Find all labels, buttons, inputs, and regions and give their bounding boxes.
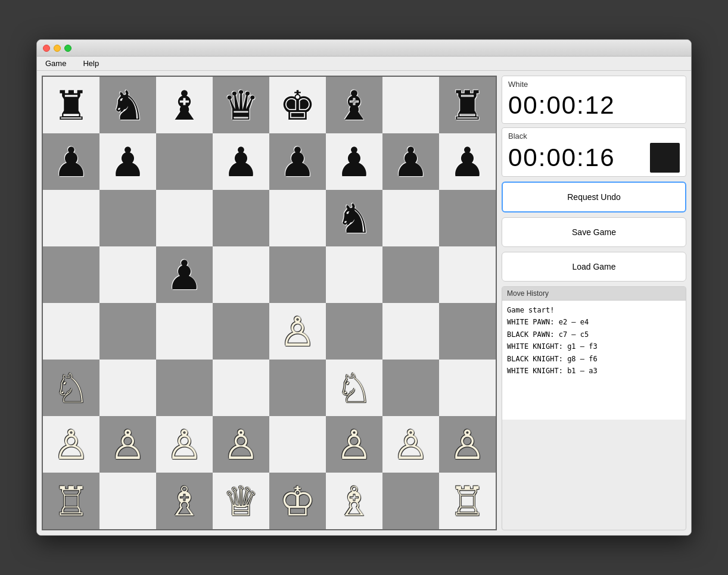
cell-h1[interactable]: ♖ [439,473,496,529]
cell-h7[interactable]: ♟ [439,133,496,190]
cell-c8[interactable]: ♝ [156,77,213,133]
cell-g1[interactable] [382,473,439,529]
menu-game[interactable]: Game [42,58,70,69]
cell-f8[interactable]: ♝ [326,77,382,133]
black-turn-indicator [650,143,680,173]
menu-bar: Game Help [37,57,691,71]
cell-d8[interactable]: ♛ [213,77,269,133]
menu-help[interactable]: Help [79,58,102,69]
move-history-item: WHITE KNIGHT: b1 – a3 [507,365,681,377]
move-history-item: BLACK KNIGHT: g8 – f6 [507,353,681,365]
cell-e8[interactable]: ♚ [269,77,326,133]
cell-f7[interactable]: ♟ [326,133,382,190]
cell-e5[interactable] [269,246,326,303]
cell-e2[interactable] [269,416,326,473]
cell-e4[interactable]: ♙ [269,303,326,360]
move-history-item: WHITE KNIGHT: g1 – f3 [507,340,681,352]
white-timer-value: 00:00:12 [508,91,680,120]
cell-b8[interactable]: ♞ [99,77,156,133]
cell-b3[interactable] [99,360,156,416]
cell-d5[interactable] [213,246,269,303]
cell-e6[interactable] [269,190,326,246]
traffic-lights [43,45,71,52]
cell-c3[interactable] [156,360,213,416]
cell-d6[interactable] [213,190,269,246]
cell-h3[interactable] [439,360,496,416]
cell-c7[interactable] [156,133,213,190]
black-timer-display: 00:00:16 [508,143,680,173]
cell-d1[interactable]: ♕ [213,473,269,529]
cell-h2[interactable]: ♙ [439,416,496,473]
move-history-item: Game start! [507,304,681,316]
cell-d4[interactable] [213,303,269,360]
black-timer-label: Black [508,132,680,140]
cell-a1[interactable]: ♖ [43,473,99,529]
maximize-button[interactable] [64,45,71,52]
cell-b1[interactable] [99,473,156,529]
cell-c6[interactable] [156,190,213,246]
cell-g5[interactable] [382,246,439,303]
cell-f6[interactable]: ♞ [326,190,382,246]
main-content: ♜♞♝♛♚♝♜♟♟♟♟♟♟♟♞♟♙♘♘♙♙♙♙♙♙♙♖♗♕♔♗♖ White 0… [37,71,691,535]
cell-e3[interactable] [269,360,326,416]
black-timer-value: 00:00:16 [508,143,648,172]
cell-g7[interactable]: ♟ [382,133,439,190]
cell-a6[interactable] [43,190,99,246]
cell-d7[interactable]: ♟ [213,133,269,190]
cell-h8[interactable]: ♜ [439,77,496,133]
cell-g3[interactable] [382,360,439,416]
cell-b4[interactable] [99,303,156,360]
cell-f1[interactable]: ♗ [326,473,382,529]
app-window: Game Help ♜♞♝♛♚♝♜♟♟♟♟♟♟♟♞♟♙♘♘♙♙♙♙♙♙♙♖♗♕♔… [36,39,692,536]
cell-a5[interactable] [43,246,99,303]
cell-d2[interactable]: ♙ [213,416,269,473]
cell-a7[interactable]: ♟ [43,133,99,190]
cell-h4[interactable] [439,303,496,360]
board-container: ♜♞♝♛♚♝♜♟♟♟♟♟♟♟♞♟♙♘♘♙♙♙♙♙♙♙♖♗♕♔♗♖ [42,76,497,530]
minimize-button[interactable] [54,45,61,52]
cell-a3[interactable]: ♘ [43,360,99,416]
cell-c5[interactable]: ♟ [156,246,213,303]
cell-b2[interactable]: ♙ [99,416,156,473]
cell-f5[interactable] [326,246,382,303]
move-history-section: Move History Game start!WHITE PAWN: e2 –… [502,286,686,530]
cell-g6[interactable] [382,190,439,246]
cell-a2[interactable]: ♙ [43,416,99,473]
request-undo-button[interactable]: Request Undo [502,182,686,212]
save-game-button[interactable]: Save Game [502,217,686,247]
close-button[interactable] [43,45,50,52]
cell-c2[interactable]: ♙ [156,416,213,473]
cell-b5[interactable] [99,246,156,303]
cell-a4[interactable] [43,303,99,360]
cell-c4[interactable] [156,303,213,360]
white-timer-box: White 00:00:12 [502,76,686,124]
cell-d3[interactable] [213,360,269,416]
timer-section: White 00:00:12 Black 00:00:16 [502,76,686,177]
cell-f3[interactable]: ♘ [326,360,382,416]
move-history-header: Move History [502,287,686,301]
chess-board[interactable]: ♜♞♝♛♚♝♜♟♟♟♟♟♟♟♞♟♙♘♘♙♙♙♙♙♙♙♖♗♕♔♗♖ [42,76,497,530]
cell-e7[interactable]: ♟ [269,133,326,190]
cell-c1[interactable]: ♗ [156,473,213,529]
cell-f2[interactable]: ♙ [326,416,382,473]
move-history-item: BLACK PAWN: c7 – c5 [507,329,681,340]
cell-g4[interactable] [382,303,439,360]
cell-b7[interactable]: ♟ [99,133,156,190]
cell-a8[interactable]: ♜ [43,77,99,133]
cell-f4[interactable] [326,303,382,360]
white-timer-display: 00:00:12 [508,91,680,120]
move-history-item: WHITE PAWN: e2 – e4 [507,316,681,328]
cell-h5[interactable] [439,246,496,303]
cell-b6[interactable] [99,190,156,246]
cell-g2[interactable]: ♙ [382,416,439,473]
black-timer-box: Black 00:00:16 [502,127,686,177]
cell-h6[interactable] [439,190,496,246]
load-game-button[interactable]: Load Game [502,252,686,282]
move-history-content: Game start!WHITE PAWN: e2 – e4BLACK PAWN… [502,301,686,420]
sidebar: White 00:00:12 Black 00:00:16 Request Un… [502,76,686,530]
title-bar [37,40,691,57]
cell-g8[interactable] [382,77,439,133]
cell-e1[interactable]: ♔ [269,473,326,529]
white-timer-label: White [508,80,680,89]
